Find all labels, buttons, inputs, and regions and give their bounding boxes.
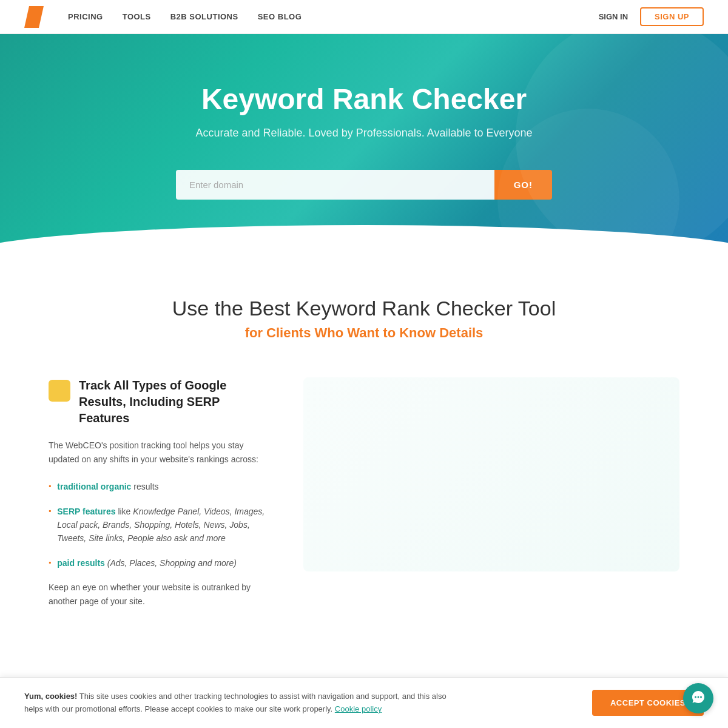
list-bullet-icon: ▪ (49, 507, 51, 515)
list-item-text-2: SERP features like Knowledge Panel, Vide… (57, 505, 267, 545)
nav-pricing[interactable]: PRICING (68, 12, 103, 21)
feature-list: ▪ traditional organic results ▪ SERP fea… (49, 480, 267, 570)
chat-icon (691, 690, 706, 707)
navbar: PRICING TOOLS B2B SOLUTIONS SEO BLOG SIG… (0, 0, 728, 34)
sign-in-link[interactable]: SIGN IN (599, 12, 628, 21)
cookie-policy-link[interactable]: Cookie policy (335, 704, 382, 713)
hero-wave-decoration (0, 225, 728, 254)
list-link-organic[interactable]: traditional organic (57, 482, 131, 491)
domain-input[interactable] (176, 170, 494, 200)
feature-left: Track All Types of Google Results, Inclu… (49, 377, 267, 622)
section-heading: Use the Best Keyword Rank Checker Tool f… (49, 297, 679, 341)
hero-subtitle: Accurate and Reliable. Loved by Professi… (24, 127, 704, 140)
list-bullet-icon: ▪ (49, 558, 51, 567)
feature-icon-box (49, 380, 70, 402)
feature-keep-text: Keep an eye on whether your website is o… (49, 581, 267, 608)
list-item-text-1: traditional organic results (57, 480, 158, 493)
section-title: Use the Best Keyword Rank Checker Tool (49, 297, 679, 320)
cookie-yum-text: Yum, cookies! (24, 692, 77, 701)
feature-description: The WebCEO's position tracking tool help… (49, 439, 267, 467)
nav-tools[interactable]: TOOLS (123, 12, 151, 21)
cookie-message: This site uses cookies and other trackin… (24, 692, 447, 713)
list-item: ▪ traditional organic results (49, 480, 267, 493)
chat-widget[interactable] (683, 683, 713, 713)
feature-header: Track All Types of Google Results, Inclu… (49, 377, 267, 426)
svg-marker-0 (24, 6, 44, 28)
list-item: ▪ SERP features like Knowledge Panel, Vi… (49, 505, 267, 545)
logo[interactable] (24, 6, 44, 28)
logo-icon (24, 6, 44, 28)
hero-title: Keyword Rank Checker (24, 83, 704, 116)
list-item-text-3: paid results (Ads, Places, Shopping and … (57, 556, 237, 570)
hero-search-form: GO! (176, 170, 552, 200)
main-content: Use the Best Keyword Rank Checker Tool f… (0, 254, 728, 664)
feature-section: Track All Types of Google Results, Inclu… (49, 377, 679, 640)
feature-title: Track All Types of Google Results, Inclu… (79, 377, 267, 426)
go-button[interactable]: GO! (494, 170, 552, 200)
nav-seo-blog[interactable]: SEO BLOG (258, 12, 302, 21)
feature-screenshot-placeholder (303, 377, 679, 571)
cookie-banner: Yum, cookies! This site uses cookies and… (0, 677, 728, 728)
list-link-serp[interactable]: SERP features (57, 507, 115, 516)
list-item: ▪ paid results (Ads, Places, Shopping an… (49, 556, 267, 570)
nav-links: PRICING TOOLS B2B SOLUTIONS SEO BLOG (68, 12, 599, 21)
section-subtitle: for Clients Who Want to Know Details (49, 325, 679, 341)
sign-up-button[interactable]: SIGN UP (640, 7, 704, 26)
list-paid-italic: (Ads, Places, Shopping and more) (105, 558, 237, 568)
hero-section: Keyword Rank Checker Accurate and Reliab… (0, 34, 728, 254)
cookie-text: Yum, cookies! This site uses cookies and… (24, 690, 461, 716)
list-bullet-icon: ▪ (49, 482, 51, 490)
feature-right (303, 377, 679, 571)
nav-b2b-solutions[interactable]: B2B SOLUTIONS (170, 12, 238, 21)
nav-auth: SIGN IN SIGN UP (599, 7, 704, 26)
list-link-paid[interactable]: paid results (57, 558, 105, 568)
